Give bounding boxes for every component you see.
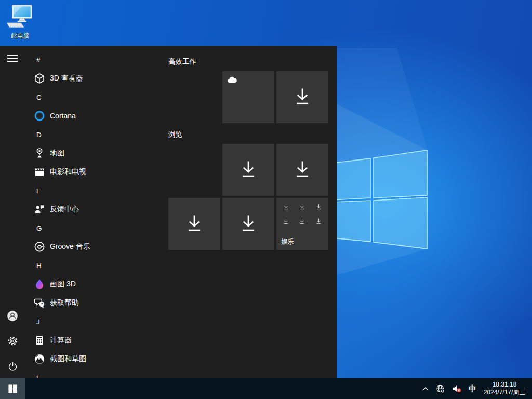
hamburger-button[interactable] <box>0 48 25 69</box>
start-menu-rail <box>0 46 25 378</box>
this-pc-icon <box>6 4 35 29</box>
app-item-label: Groove 音乐 <box>50 242 90 251</box>
app-item-paint-3d[interactable]: 画图 3D <box>25 275 168 294</box>
windows-logo-icon <box>8 384 17 393</box>
system-tray: 中 18:31:18 2024/7/17/周三 <box>419 378 532 399</box>
folder-tile-grid <box>278 200 327 225</box>
app-item-maps[interactable]: 地图 <box>25 144 168 163</box>
tray-show-hidden-icons-button[interactable] <box>419 378 432 399</box>
app-item-3d-viewer[interactable]: 3D 查看器 <box>25 69 168 88</box>
section-letter-g[interactable]: G <box>25 219 168 237</box>
download-icon <box>283 203 289 211</box>
tray-clock[interactable]: 18:31:18 2024/7/17/周三 <box>480 381 529 396</box>
tray-network-button[interactable] <box>432 378 448 399</box>
section-letter-h[interactable]: H <box>25 256 168 275</box>
app-item-label: 电影和电视 <box>50 167 86 177</box>
section-letter-l[interactable]: L <box>25 368 168 378</box>
speaker-muted-icon <box>452 384 461 393</box>
feedback-hub-icon <box>33 203 46 216</box>
app-item-cortana[interactable]: Cortana <box>25 107 168 125</box>
user-account-button[interactable] <box>0 303 25 328</box>
gear-icon <box>7 336 18 347</box>
tile-pending-download-5[interactable] <box>222 198 274 250</box>
snip-sketch-icon <box>33 353 46 365</box>
app-item-calculator[interactable]: 计算器 <box>25 331 168 350</box>
power-button[interactable] <box>0 353 25 378</box>
tile-area: 高效工作 浏览 <box>168 46 337 378</box>
app-item-feedback-hub[interactable]: 反馈中心 <box>25 200 168 219</box>
download-icon <box>283 218 289 225</box>
desktop-icon-label: 此电脑 <box>4 32 36 41</box>
download-icon <box>299 203 305 211</box>
tile-pending-download-1[interactable] <box>276 71 328 123</box>
cortana-icon <box>33 110 46 122</box>
section-letter-f[interactable]: F <box>25 181 168 200</box>
tile-onedrive[interactable] <box>222 71 274 123</box>
onedrive-cloud-icon <box>227 76 237 84</box>
get-help-icon: ? <box>33 297 46 309</box>
app-item-snip-sketch[interactable]: 截图和草图 <box>25 350 168 368</box>
app-item-label: 地图 <box>50 149 64 158</box>
section-letter-hash[interactable]: # <box>25 50 168 69</box>
calculator-icon <box>33 334 46 347</box>
app-item-label: 获取帮助 <box>50 298 79 308</box>
hamburger-icon <box>7 55 18 62</box>
tray-ime-indicator[interactable]: 中 <box>465 378 480 399</box>
maps-icon <box>33 147 46 159</box>
app-item-get-help[interactable]: ? 获取帮助 <box>25 294 168 312</box>
folder-tile-label: 娱乐 <box>281 237 294 246</box>
app-item-label: 3D 查看器 <box>50 74 83 83</box>
section-letter-j[interactable]: J <box>25 312 168 331</box>
tile-pending-download-4[interactable] <box>168 198 220 250</box>
tile-folder-entertainment[interactable]: 娱乐 <box>276 198 328 250</box>
paint-3d-icon <box>33 278 46 290</box>
app-item-label: 截图和草图 <box>50 354 86 364</box>
desktop-icon-this-pc[interactable]: 此电脑 <box>4 4 36 41</box>
app-item-label: 反馈中心 <box>50 205 79 214</box>
tile-pending-download-3[interactable] <box>276 144 328 196</box>
download-icon <box>315 203 322 211</box>
movies-tv-icon <box>33 166 46 178</box>
settings-button[interactable] <box>0 328 25 353</box>
network-globe-no-internet-icon <box>436 384 445 393</box>
download-icon <box>238 213 258 235</box>
tray-volume-muted-button[interactable] <box>448 378 465 399</box>
download-icon <box>299 218 305 225</box>
start-button[interactable] <box>0 378 25 399</box>
svg-text:?: ? <box>41 302 43 307</box>
tray-clock-time: 18:31:18 <box>480 381 529 389</box>
groove-music-icon <box>33 241 46 253</box>
app-item-label: Cortana <box>50 112 76 120</box>
tray-clock-date: 2024/7/17/周三 <box>480 389 529 396</box>
power-icon <box>7 361 18 371</box>
download-icon <box>292 86 312 108</box>
taskbar: 中 18:31:18 2024/7/17/周三 <box>0 378 532 399</box>
user-avatar-icon <box>6 310 19 322</box>
chevron-up-icon <box>422 387 429 391</box>
screen: 此电脑 <box>0 0 532 399</box>
section-letter-c[interactable]: C <box>25 88 168 107</box>
app-item-groove-music[interactable]: Groove 音乐 <box>25 237 168 256</box>
app-item-label: 计算器 <box>50 336 72 345</box>
download-icon <box>292 159 312 181</box>
tile-pending-download-2[interactable] <box>222 144 274 196</box>
download-icon <box>184 213 204 235</box>
start-menu: # 3D 查看器 C <box>0 46 337 378</box>
section-letter-d[interactable]: D <box>25 125 168 144</box>
tile-group-label-productivity: 高效工作 <box>168 57 196 66</box>
download-icon <box>315 218 322 225</box>
app-list: # 3D 查看器 C <box>25 50 168 378</box>
3d-viewer-icon <box>33 72 46 85</box>
app-item-label: 画图 3D <box>50 280 76 289</box>
app-item-movies-tv[interactable]: 电影和电视 <box>25 163 168 181</box>
download-icon <box>238 159 258 181</box>
tile-group-label-browse: 浏览 <box>168 130 182 139</box>
